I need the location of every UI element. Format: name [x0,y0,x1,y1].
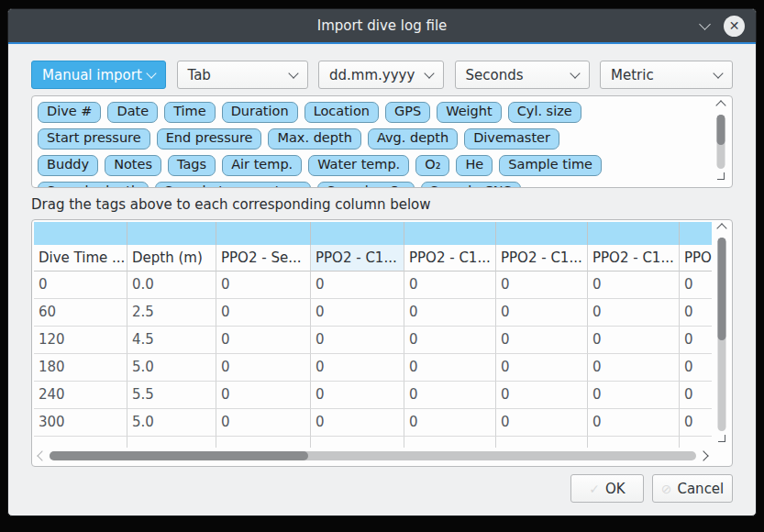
field-separator-select[interactable]: Tab [177,61,308,89]
column-header-7[interactable]: PPO2 [680,245,712,272]
tag-o[interactable]: O₂ [415,155,449,176]
tag-date[interactable]: Date [107,102,158,123]
tag-water-temp[interactable]: Water temp. [308,155,409,176]
table-cell: 0 [311,327,404,354]
table-cell: 2.5 [127,299,216,327]
tag-cyl-size[interactable]: Cyl. size [508,102,581,123]
column-header-5[interactable]: PPO2 - C1... [496,245,588,272]
scrollbar-thumb[interactable] [718,238,726,340]
table-cell: 300 [34,409,127,437]
tag-area-vertical-scrollbar[interactable] [713,99,729,184]
table-cell: 0 [216,409,311,437]
scrollbar-track[interactable] [718,238,726,431]
tag-location[interactable]: Location [304,102,379,123]
drop-target-column-0[interactable] [34,222,127,245]
tag-avg-depth[interactable]: Avg. depth [368,128,458,150]
drop-target-column-4[interactable] [404,222,496,245]
drop-target-column-2[interactable] [216,222,311,245]
tag-sample-temperature[interactable]: Sample temperature [155,182,311,188]
scroll-down-icon[interactable] [718,435,725,442]
tag-notes[interactable]: Notes [105,155,161,176]
scrollbar-track[interactable] [717,115,725,169]
table-body: 00.0000000602.50000001204.50000001805.00… [34,272,712,449]
column-header-2[interactable]: PPO2 - Se... [216,245,311,272]
tag-end-pressure[interactable]: End pressure [157,128,262,150]
table-cell: 0 [496,272,588,299]
table-cell: 0 [311,382,404,409]
drop-target-column-5[interactable] [496,222,588,245]
ok-button-label: OK [605,481,626,497]
tag-he[interactable]: He [456,155,493,176]
shade-chevron-down-icon[interactable] [699,18,711,30]
scrollbar-thumb[interactable] [717,115,725,145]
scrollbar-track[interactable] [50,451,696,460]
chevron-down-icon [713,68,723,78]
tag-start-pressure[interactable]: Start pressure [38,128,150,150]
table-cell: 0 [680,354,712,382]
close-icon: ✕ [729,19,740,32]
duration-format-select[interactable]: Seconds [455,61,590,89]
column-header-1[interactable]: Depth (m) [127,245,216,272]
date-format-select[interactable]: dd.mm.yyyy [318,61,444,89]
table-cell: 4.5 [127,327,216,354]
scroll-up-icon[interactable] [716,223,726,233]
table-cell: 5.0 [127,409,216,437]
tag-tags[interactable]: Tags [168,155,216,176]
tag-rows: Dive #DateTimeDurationLocationGPSWeightC… [38,102,706,188]
table-cell: 0 [216,354,311,382]
close-button[interactable]: ✕ [724,16,745,37]
tag-duration[interactable]: Duration [222,102,298,123]
drop-target-column-7[interactable] [680,222,712,245]
table-cell: 0 [588,327,680,354]
table-cell: 0 [496,382,588,409]
import-mode-select[interactable]: Manual import [31,61,166,89]
column-header-0[interactable]: Dive Time ... [34,245,127,272]
table-cell: 0 [496,327,588,354]
drop-target-column-6[interactable] [588,222,680,245]
column-header-3[interactable]: PPO2 - C1... [311,245,404,272]
units-select[interactable]: Metric [600,61,733,89]
table-cell: 0 [680,382,712,409]
drop-target-column-3[interactable] [311,222,404,245]
table-cell: 0 [496,299,588,327]
tag-sample-depth[interactable]: Sample depth [38,182,149,188]
table-row: 00.0000000 [34,272,712,299]
table-cell: 0 [311,299,404,327]
tag-buddy[interactable]: Buddy [38,155,98,176]
checkmark-icon: ✓ [589,482,600,496]
scrollbar-thumb[interactable] [50,451,308,460]
tag-divemaster[interactable]: Divemaster [464,128,559,150]
column-header-6[interactable]: PPO2 - C1... [588,245,680,272]
tag-time[interactable]: Time [164,102,216,123]
tag-sample-time[interactable]: Sample time [499,155,602,176]
drop-target-column-1[interactable] [127,222,216,245]
scroll-down-icon[interactable] [717,172,725,180]
tag-sample-cns[interactable]: Sample CNS [421,182,521,188]
table-cell: 0 [680,299,712,327]
table-cell: 0 [404,354,496,382]
date-format-value: dd.mm.yyyy [329,67,415,83]
scroll-left-icon[interactable] [37,450,47,460]
cancel-button[interactable]: ⊘ Cancel [652,474,733,503]
table-row: 602.5000000 [34,299,712,327]
tag-gps[interactable]: GPS [385,102,430,123]
column-header-4[interactable]: PPO2 - C1... [404,245,496,272]
ok-button[interactable]: ✓ OK [570,474,644,503]
tag-area: Dive #DateTimeDurationLocationGPSWeightC… [31,95,733,188]
units-value: Metric [611,67,654,83]
tag-max-depth[interactable]: Max. depth [268,128,360,150]
tag-row: Start pressureEnd pressureMax. depthAvg.… [38,128,706,150]
tag-air-temp[interactable]: Air temp. [222,155,302,176]
tag-sample-po[interactable]: Sample pO₂ [317,182,414,188]
table-cell: 120 [34,327,127,354]
scroll-up-icon[interactable] [715,100,725,110]
table-cell: 0 [588,299,680,327]
table-cell: 0 [34,272,127,299]
chevron-down-icon [570,68,580,78]
table-horizontal-scrollbar[interactable] [34,448,712,464]
scroll-right-icon[interactable] [698,450,708,460]
tag-dive[interactable]: Dive # [38,102,101,123]
table-vertical-scrollbar[interactable] [714,222,730,447]
chevron-down-icon [146,68,156,78]
tag-weight[interactable]: Weight [437,102,502,123]
